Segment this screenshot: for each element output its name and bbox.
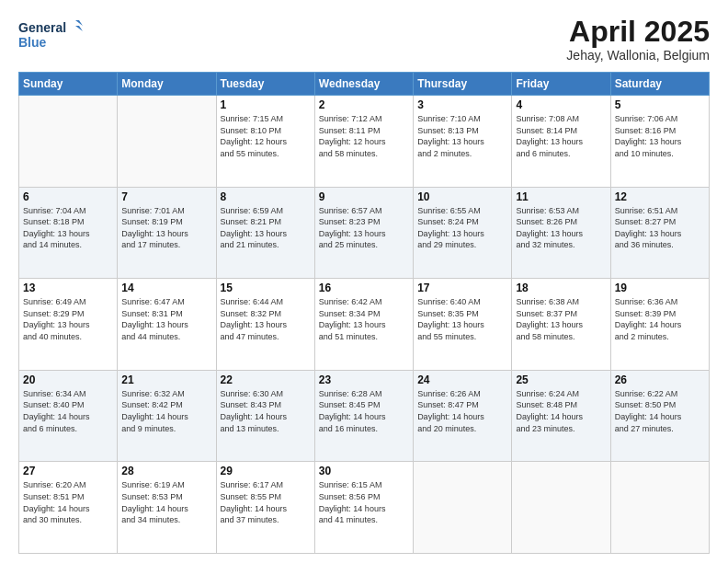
day-number: 14	[121, 282, 211, 294]
table-row: 2Sunrise: 7:12 AMSunset: 8:11 PMDaylight…	[314, 96, 413, 188]
table-row: 29Sunrise: 6:17 AMSunset: 8:55 PMDayligh…	[216, 462, 314, 554]
day-number: 2	[319, 98, 409, 111]
day-number: 21	[121, 373, 211, 386]
day-info: Sunrise: 6:42 AMSunset: 8:34 PMDaylight:…	[319, 296, 409, 342]
day-number: 1	[221, 98, 311, 111]
table-row: 3Sunrise: 7:10 AMSunset: 8:13 PMDaylight…	[414, 96, 512, 188]
day-info: Sunrise: 6:38 AMSunset: 8:37 PMDaylight:…	[516, 296, 606, 342]
header: General Blue April 2025 Jehay, Wallonia,…	[18, 17, 710, 63]
svg-text:Blue: Blue	[18, 35, 47, 50]
table-row: 13Sunrise: 6:49 AMSunset: 8:29 PMDayligh…	[19, 279, 118, 371]
day-info: Sunrise: 6:57 AMSunset: 8:23 PMDaylight:…	[319, 205, 409, 251]
day-number: 28	[121, 465, 211, 477]
table-row: 18Sunrise: 6:38 AMSunset: 8:37 PMDayligh…	[512, 279, 610, 371]
day-info: Sunrise: 6:19 AMSunset: 8:53 PMDaylight:…	[121, 479, 211, 525]
table-row: 15Sunrise: 6:44 AMSunset: 8:32 PMDayligh…	[216, 279, 314, 371]
table-row: 8Sunrise: 6:59 AMSunset: 8:21 PMDaylight…	[216, 187, 314, 279]
table-row: 6Sunrise: 7:04 AMSunset: 8:18 PMDaylight…	[19, 187, 118, 279]
table-row: 11Sunrise: 6:53 AMSunset: 8:26 PMDayligh…	[512, 187, 610, 279]
day-number: 13	[23, 282, 113, 294]
table-row: 21Sunrise: 6:32 AMSunset: 8:42 PMDayligh…	[118, 370, 216, 462]
day-number: 20	[23, 373, 113, 386]
table-row: 14Sunrise: 6:47 AMSunset: 8:31 PMDayligh…	[118, 279, 216, 371]
day-info: Sunrise: 6:32 AMSunset: 8:42 PMDaylight:…	[121, 388, 211, 434]
col-sunday: Sunday	[19, 73, 118, 96]
day-info: Sunrise: 6:44 AMSunset: 8:32 PMDaylight:…	[221, 296, 311, 342]
day-number: 23	[319, 373, 409, 386]
day-number: 30	[319, 465, 409, 477]
calendar-week-3: 20Sunrise: 6:34 AMSunset: 8:40 PMDayligh…	[19, 370, 710, 462]
title-block: April 2025 Jehay, Wallonia, Belgium	[566, 17, 710, 63]
table-row: 26Sunrise: 6:22 AMSunset: 8:50 PMDayligh…	[610, 370, 709, 462]
day-number: 10	[417, 190, 507, 203]
day-info: Sunrise: 6:36 AMSunset: 8:39 PMDaylight:…	[615, 296, 705, 342]
day-info: Sunrise: 7:15 AMSunset: 8:10 PMDaylight:…	[221, 113, 311, 159]
location: Jehay, Wallonia, Belgium	[566, 48, 710, 63]
col-tuesday: Tuesday	[216, 73, 314, 96]
logo-svg: General Blue	[18, 17, 83, 55]
calendar-week-2: 13Sunrise: 6:49 AMSunset: 8:29 PMDayligh…	[19, 279, 710, 371]
table-row	[414, 462, 512, 554]
col-wednesday: Wednesday	[314, 73, 413, 96]
day-info: Sunrise: 6:47 AMSunset: 8:31 PMDaylight:…	[121, 296, 211, 342]
day-info: Sunrise: 7:06 AMSunset: 8:16 PMDaylight:…	[615, 113, 705, 159]
table-row	[118, 96, 216, 188]
table-row: 28Sunrise: 6:19 AMSunset: 8:53 PMDayligh…	[118, 462, 216, 554]
day-info: Sunrise: 7:08 AMSunset: 8:14 PMDaylight:…	[516, 113, 606, 159]
day-number: 29	[221, 465, 311, 477]
day-info: Sunrise: 6:30 AMSunset: 8:43 PMDaylight:…	[221, 388, 311, 434]
day-number: 16	[319, 282, 409, 294]
page: General Blue April 2025 Jehay, Wallonia,…	[0, 0, 728, 563]
day-number: 5	[615, 98, 705, 111]
day-number: 12	[615, 190, 705, 203]
day-info: Sunrise: 7:04 AMSunset: 8:18 PMDaylight:…	[23, 205, 113, 251]
day-info: Sunrise: 7:12 AMSunset: 8:11 PMDaylight:…	[319, 113, 409, 159]
table-row: 9Sunrise: 6:57 AMSunset: 8:23 PMDaylight…	[314, 187, 413, 279]
day-number: 26	[615, 373, 705, 386]
table-row: 25Sunrise: 6:24 AMSunset: 8:48 PMDayligh…	[512, 370, 610, 462]
calendar-week-1: 6Sunrise: 7:04 AMSunset: 8:18 PMDaylight…	[19, 187, 710, 279]
day-number: 25	[516, 373, 606, 386]
day-info: Sunrise: 6:17 AMSunset: 8:55 PMDaylight:…	[221, 479, 311, 525]
day-info: Sunrise: 6:34 AMSunset: 8:40 PMDaylight:…	[23, 388, 113, 434]
day-info: Sunrise: 7:10 AMSunset: 8:13 PMDaylight:…	[417, 113, 507, 159]
table-row: 16Sunrise: 6:42 AMSunset: 8:34 PMDayligh…	[314, 279, 413, 371]
table-row: 10Sunrise: 6:55 AMSunset: 8:24 PMDayligh…	[414, 187, 512, 279]
col-thursday: Thursday	[414, 73, 512, 96]
table-row: 5Sunrise: 7:06 AMSunset: 8:16 PMDaylight…	[610, 96, 709, 188]
day-info: Sunrise: 6:51 AMSunset: 8:27 PMDaylight:…	[615, 205, 705, 251]
table-row: 1Sunrise: 7:15 AMSunset: 8:10 PMDaylight…	[216, 96, 314, 188]
svg-marker-2	[75, 20, 83, 26]
svg-text:General: General	[18, 20, 66, 35]
day-info: Sunrise: 6:59 AMSunset: 8:21 PMDaylight:…	[221, 205, 311, 251]
table-row: 12Sunrise: 6:51 AMSunset: 8:27 PMDayligh…	[610, 187, 709, 279]
table-row: 17Sunrise: 6:40 AMSunset: 8:35 PMDayligh…	[414, 279, 512, 371]
table-row: 20Sunrise: 6:34 AMSunset: 8:40 PMDayligh…	[19, 370, 118, 462]
table-row: 19Sunrise: 6:36 AMSunset: 8:39 PMDayligh…	[610, 279, 709, 371]
table-row: 4Sunrise: 7:08 AMSunset: 8:14 PMDaylight…	[512, 96, 610, 188]
day-number: 8	[221, 190, 311, 203]
col-monday: Monday	[118, 73, 216, 96]
day-number: 9	[319, 190, 409, 203]
calendar-week-4: 27Sunrise: 6:20 AMSunset: 8:51 PMDayligh…	[19, 462, 710, 554]
day-number: 27	[23, 465, 113, 477]
day-number: 22	[221, 373, 311, 386]
day-number: 24	[417, 373, 507, 386]
day-info: Sunrise: 6:28 AMSunset: 8:45 PMDaylight:…	[319, 388, 409, 434]
day-number: 17	[417, 282, 507, 294]
table-row	[610, 462, 709, 554]
day-info: Sunrise: 6:26 AMSunset: 8:47 PMDaylight:…	[417, 388, 507, 434]
day-info: Sunrise: 6:15 AMSunset: 8:56 PMDaylight:…	[319, 479, 409, 525]
day-number: 19	[615, 282, 705, 294]
col-friday: Friday	[512, 73, 610, 96]
day-number: 6	[23, 190, 113, 203]
day-number: 18	[516, 282, 606, 294]
day-info: Sunrise: 7:01 AMSunset: 8:19 PMDaylight:…	[121, 205, 211, 251]
logo: General Blue	[18, 17, 83, 55]
day-number: 11	[516, 190, 606, 203]
day-info: Sunrise: 6:49 AMSunset: 8:29 PMDaylight:…	[23, 296, 113, 342]
col-saturday: Saturday	[610, 73, 709, 96]
calendar-table: Sunday Monday Tuesday Wednesday Thursday…	[18, 72, 710, 554]
day-number: 4	[516, 98, 606, 111]
day-info: Sunrise: 6:40 AMSunset: 8:35 PMDaylight:…	[417, 296, 507, 342]
